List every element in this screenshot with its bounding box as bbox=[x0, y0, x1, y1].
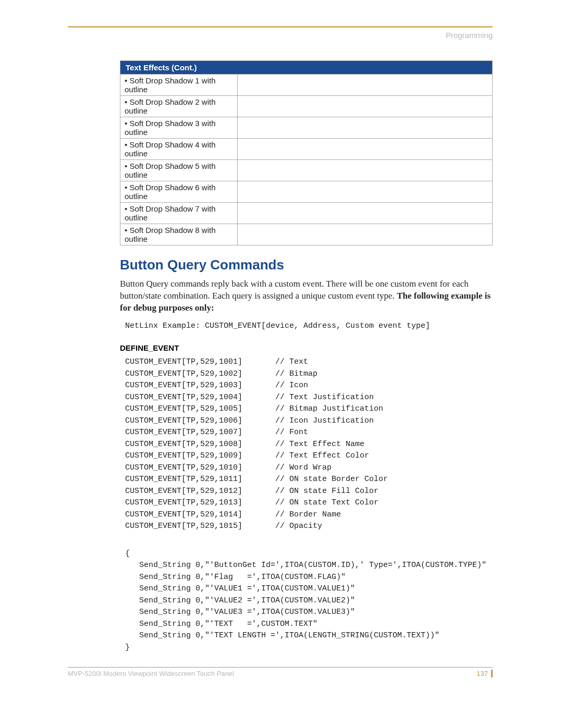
table-cell: • Soft Drop Shadow 1 with outline bbox=[120, 75, 238, 96]
table-cell-empty bbox=[238, 224, 493, 245]
table-cell: • Soft Drop Shadow 2 with outline bbox=[120, 96, 238, 117]
table-cell-empty bbox=[238, 75, 493, 96]
footer-title: MVP-5200i Modero Viewpoint Widescreen To… bbox=[68, 670, 234, 677]
table-cell: • Soft Drop Shadow 6 with outline bbox=[120, 181, 238, 203]
table-cell: • Soft Drop Shadow 3 with outline bbox=[120, 117, 238, 139]
table-cell-empty bbox=[238, 160, 493, 181]
table-cell: • Soft Drop Shadow 7 with outline bbox=[120, 203, 238, 224]
table-cell-empty bbox=[238, 203, 493, 224]
page-number: 137 bbox=[476, 670, 493, 677]
text-effects-table: Text Effects (Cont.) • Soft Drop Shadow … bbox=[120, 60, 493, 245]
code-intro: NetLinx Example: CUSTOM_EVENT[device, Ad… bbox=[125, 320, 493, 332]
top-rule bbox=[68, 26, 493, 28]
events-code: CUSTOM_EVENT[TP,529,1001] // Text CUSTOM… bbox=[125, 356, 493, 533]
table-cell: • Soft Drop Shadow 5 with outline bbox=[120, 160, 238, 181]
table-cell: • Soft Drop Shadow 8 with outline bbox=[120, 224, 238, 245]
table-cell-empty bbox=[238, 181, 493, 203]
table-cell-empty bbox=[238, 117, 493, 139]
table-cell-empty bbox=[238, 96, 493, 117]
intro-paragraph: Button Query commands reply back with a … bbox=[120, 278, 492, 314]
section-heading: Button Query Commands bbox=[120, 257, 493, 273]
page-footer: MVP-5200i Modero Viewpoint Widescreen To… bbox=[68, 667, 493, 677]
table-cell-empty bbox=[238, 139, 493, 160]
table-cell: • Soft Drop Shadow 4 with outline bbox=[120, 139, 238, 160]
section-header: Programming bbox=[68, 31, 493, 40]
send-string-block: { Send_String 0,"'ButtonGet Id=',ITOA(CU… bbox=[125, 548, 493, 654]
define-event-label: DEFINE_EVENT bbox=[120, 343, 493, 352]
table-title: Text Effects (Cont.) bbox=[120, 61, 493, 75]
